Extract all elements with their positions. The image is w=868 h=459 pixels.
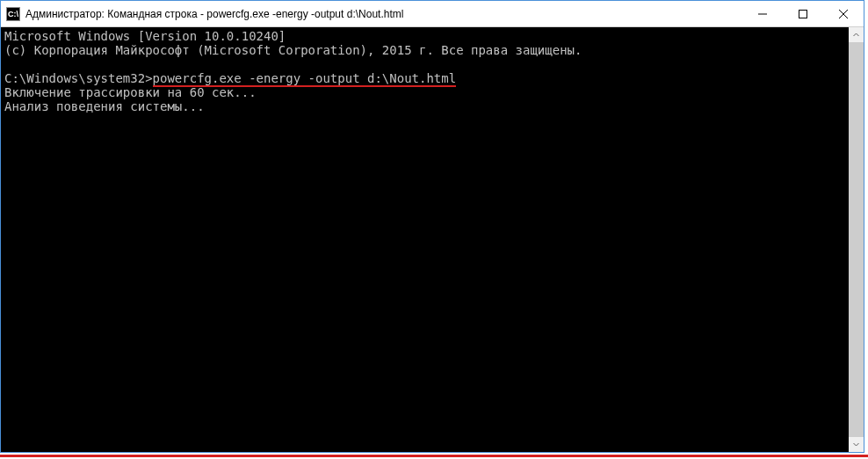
- minimize-button[interactable]: [742, 1, 783, 26]
- app-icon: C:\: [6, 7, 20, 21]
- scroll-up-button[interactable]: [849, 27, 864, 42]
- client-area: Microsoft Windows [Version 10.0.10240] (…: [1, 27, 864, 452]
- copyright-line: (c) Корпорация Майкрософт (Microsoft Cor…: [4, 43, 582, 57]
- maximize-button[interactable]: [783, 1, 823, 26]
- vertical-scrollbar[interactable]: [849, 27, 864, 452]
- annotation-underline: [0, 455, 868, 457]
- minimize-icon: [758, 10, 767, 18]
- window-controls: [742, 1, 864, 26]
- close-button[interactable]: [823, 1, 864, 26]
- svg-rect-1: [799, 10, 807, 18]
- scroll-track[interactable]: [849, 42, 864, 437]
- scroll-down-button[interactable]: [849, 437, 864, 452]
- chevron-up-icon: [853, 32, 859, 38]
- window-title: Администратор: Командная строка - powerc…: [25, 8, 742, 20]
- version-line: Microsoft Windows [Version 10.0.10240]: [4, 29, 286, 43]
- analysis-line: Анализ поведения системы...: [4, 99, 205, 113]
- prompt: C:\Windows\system32>: [4, 71, 153, 85]
- titlebar[interactable]: C:\ Администратор: Командная строка - po…: [1, 1, 864, 27]
- maximize-icon: [799, 10, 807, 18]
- chevron-down-icon: [853, 441, 859, 448]
- close-icon: [839, 10, 848, 18]
- command-prompt-window: C:\ Администратор: Командная строка - po…: [0, 0, 864, 453]
- scroll-thumb[interactable]: [849, 42, 864, 437]
- trace-line: Включение трассировки на 60 сек...: [4, 85, 257, 99]
- terminal-output[interactable]: Microsoft Windows [Version 10.0.10240] (…: [1, 27, 849, 452]
